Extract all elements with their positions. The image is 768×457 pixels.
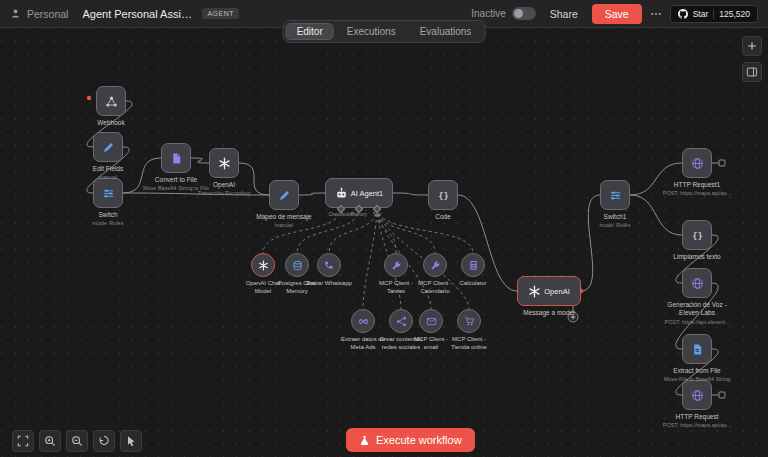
github-star-count: 125,520 <box>719 9 750 19</box>
node-label-generacion-voz: Generación de Voz - Eleven LabsPOST: htt… <box>661 301 733 326</box>
workflow-title[interactable]: Agent Personal Assistent for... <box>82 8 192 20</box>
more-options-button[interactable] <box>648 8 664 20</box>
node-mcp-client-tienda[interactable] <box>457 309 481 333</box>
tool-icon <box>391 260 402 271</box>
zoom-out-icon <box>71 435 83 447</box>
node-openai-model[interactable]: OpenAI <box>517 276 581 306</box>
fit-view-icon <box>17 435 29 447</box>
node-label-code: Code <box>407 213 479 221</box>
pointer-button[interactable] <box>120 430 142 452</box>
workflow-canvas[interactable]: WebhookEdit FieldsmanualSwitchmode: Rule… <box>0 0 768 457</box>
panel-node-button[interactable] <box>742 62 762 82</box>
github-star-badge[interactable]: Star 125,520 <box>670 5 758 23</box>
node-mcp-client-calendario[interactable] <box>423 253 447 277</box>
zoom-in-icon <box>44 435 56 447</box>
tab-executions[interactable]: Executions <box>336 23 407 40</box>
filter-icon <box>102 187 115 200</box>
node-switch[interactable] <box>93 178 123 208</box>
tab-editor[interactable]: Editor <box>286 23 334 40</box>
divider <box>713 9 714 19</box>
undo-button[interactable] <box>93 430 115 452</box>
svg-text:{}: {} <box>691 229 702 240</box>
node-label-openai-transcribe: OpenAITranscribe Recording <box>188 181 260 198</box>
node-label-openai-chat-model: OpenAI Chat Model <box>237 280 289 296</box>
filter-icon <box>609 189 622 202</box>
canvas-zoom-controls <box>12 430 142 452</box>
add-icon <box>746 40 758 52</box>
node-mcp-client-email[interactable] <box>419 309 443 333</box>
node-label-mcp-client-email: MCP Client - email <box>405 336 457 352</box>
node-label-http-request1: HTTP Request1POST: https://maps.api/ap..… <box>661 181 733 198</box>
fit-view-button[interactable] <box>12 430 34 452</box>
node-label-mcp-client-tienda: MCP Client - Tienda online <box>443 336 495 352</box>
node-generacion-voz[interactable] <box>682 268 712 298</box>
pencil-icon <box>102 141 115 154</box>
globe-icon <box>691 277 704 290</box>
add-node-button[interactable] <box>742 36 762 56</box>
node-mapeo-de-mensaje[interactable] <box>269 180 299 210</box>
workflow-nodes-layer: WebhookEdit FieldsmanualSwitchmode: Rule… <box>0 0 768 457</box>
node-extract-from-file[interactable] <box>682 334 712 364</box>
pointer-icon <box>125 435 137 447</box>
node-label-crear-contenido-redes: Crear contenido redes sociales <box>375 336 427 352</box>
toggle-knob <box>514 9 523 18</box>
globe-icon <box>691 389 704 402</box>
node-label-extraer-datos-meta-ads: Extraer datos de Meta Ads <box>337 336 389 352</box>
execute-workflow-button[interactable]: Execute workflow <box>346 428 475 452</box>
code-icon: {} <box>437 189 450 202</box>
canvas-corner-buttons <box>742 36 762 82</box>
globe-icon <box>691 157 704 170</box>
node-switch1[interactable] <box>600 180 630 210</box>
cart-icon <box>464 316 475 327</box>
breadcrumb[interactable]: Personal <box>27 8 68 20</box>
node-mcp-client-tareas[interactable] <box>384 253 408 277</box>
node-label-limpiamos-texto: Limpiamos texto <box>661 253 733 261</box>
github-star-label: Star <box>693 9 709 19</box>
zoom-out-button[interactable] <box>66 430 88 452</box>
node-label-mcp-client-calendario: MCP Client - Calendario <box>409 280 461 296</box>
node-label-switch1: Switch1mode: Rules <box>579 213 651 230</box>
workflow-tag-badge: AGENT <box>202 8 239 19</box>
node-convert-to-file[interactable] <box>161 143 191 173</box>
node-crear-contenido-redes[interactable] <box>389 309 413 333</box>
flask-icon <box>359 435 370 446</box>
share-button[interactable]: Share <box>542 4 586 24</box>
phone-icon <box>324 260 335 271</box>
node-extraer-datos-meta-ads[interactable] <box>351 309 375 333</box>
node-http-request[interactable] <box>682 380 712 410</box>
svg-text:{}: {} <box>437 189 448 200</box>
tab-evaluations[interactable]: Evaluations <box>409 23 483 40</box>
doc-icon <box>691 343 704 356</box>
node-http-request1[interactable] <box>682 148 712 178</box>
node-label-mcp-client-tareas: MCP Client - Tareas <box>370 280 422 296</box>
active-toggle[interactable] <box>512 7 536 20</box>
view-tabs: Editor Executions Evaluations <box>283 20 486 43</box>
save-button[interactable]: Save <box>592 4 642 24</box>
node-ai-agent[interactable]: AI Agent1 <box>325 178 393 208</box>
node-webhook[interactable] <box>96 86 126 116</box>
node-label-openai-model: Message a model <box>513 309 585 317</box>
db-icon <box>292 260 303 271</box>
node-calculator[interactable] <box>461 253 485 277</box>
status-label: Inactive <box>471 8 505 19</box>
node-code[interactable]: {} <box>428 180 458 210</box>
node-enviar-whatsapp[interactable] <box>317 253 341 277</box>
github-icon <box>678 9 688 19</box>
node-label-calculator: Calculator <box>447 280 499 288</box>
node-openai-transcribe[interactable] <box>209 148 239 178</box>
node-postgres-chat-memory[interactable] <box>285 253 309 277</box>
node-label-http-request: HTTP RequestPOST: https://maps.api/ap... <box>661 413 733 430</box>
share-icon <box>396 316 407 327</box>
meta-icon <box>358 316 369 327</box>
node-label-postgres-chat-memory: Postgres Chat Memory <box>271 280 323 296</box>
node-title: OpenAI <box>544 287 569 296</box>
node-limpiamos-texto[interactable]: {} <box>682 220 712 250</box>
node-label-convert-to-file: Convert to FileMove Base64 String to Fil… <box>140 176 212 193</box>
tool-icon <box>430 260 441 271</box>
node-edit-fields[interactable] <box>93 132 123 162</box>
openai-icon <box>528 285 541 298</box>
zoom-in-button[interactable] <box>39 430 61 452</box>
node-openai-chat-model[interactable] <box>251 253 275 277</box>
node-label-webhook: Webhook <box>75 119 147 127</box>
pencil-icon <box>278 189 291 202</box>
